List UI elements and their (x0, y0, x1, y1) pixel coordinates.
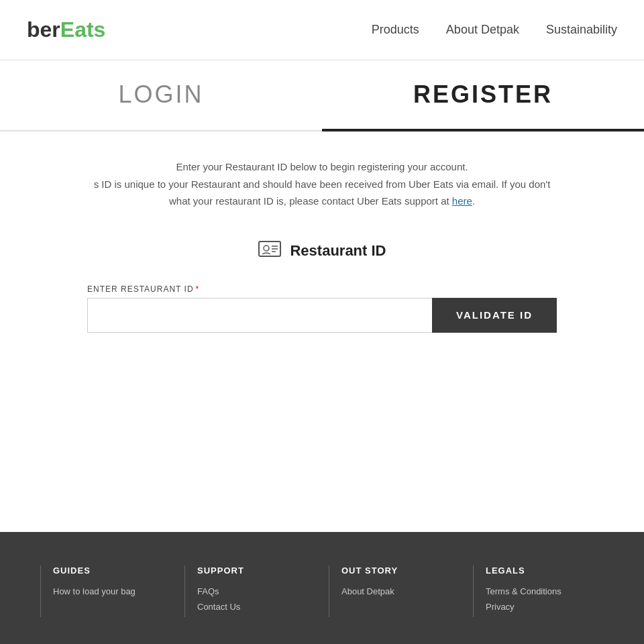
footer-grid: GUIDES How to load your bag SUPPORT FAQs… (40, 566, 604, 617)
nav-products[interactable]: Products (372, 23, 419, 37)
footer-heading-legals: LEGALS (486, 566, 604, 576)
restaurant-id-title: Restaurant ID (290, 242, 386, 260)
header: berEats Products About Detpak Sustainabi… (0, 0, 644, 60)
logo-prefix: ber (27, 17, 60, 42)
here-link[interactable]: here (452, 195, 472, 207)
footer-link-faqs[interactable]: FAQs (197, 586, 315, 596)
logo: berEats (27, 17, 105, 42)
main-content: LOGIN REGISTER Enter your Restaurant ID … (0, 60, 644, 532)
footer-col-support: SUPPORT FAQs Contact Us (184, 566, 315, 617)
tab-register[interactable]: REGISTER (322, 60, 644, 131)
footer-link-terms[interactable]: Terms & Conditions (486, 586, 604, 596)
register-description: Enter your Restaurant ID below to begin … (34, 158, 610, 210)
navigation: Products About Detpak Sustainability (372, 23, 617, 37)
tab-bar: LOGIN REGISTER (0, 60, 644, 131)
validate-id-button[interactable]: VALIDATE ID (432, 298, 557, 333)
nav-about[interactable]: About Detpak (446, 23, 519, 37)
register-section: Enter your Restaurant ID below to begin … (20, 158, 624, 333)
logo-suffix: Eats (60, 17, 106, 42)
footer-heading-our-story: OUT STORY (341, 566, 460, 576)
footer-link-about[interactable]: About Detpak (341, 586, 460, 596)
field-label: ENTER RESTAURANT ID* (87, 284, 199, 294)
nav-sustainability[interactable]: Sustainability (546, 23, 617, 37)
restaurant-id-form: ENTER RESTAURANT ID* VALIDATE ID (87, 284, 557, 333)
id-icon (258, 237, 282, 266)
footer-link-contact[interactable]: Contact Us (197, 602, 315, 612)
footer-col-our-story: OUT STORY About Detpak (329, 566, 460, 617)
footer-link-load-bag[interactable]: How to load your bag (53, 586, 171, 596)
tab-login[interactable]: LOGIN (0, 60, 322, 131)
restaurant-id-input[interactable] (87, 298, 432, 333)
footer-col-guides: GUIDES How to load your bag (40, 566, 171, 617)
input-row: VALIDATE ID (87, 298, 557, 333)
svg-point-1 (264, 246, 269, 251)
required-indicator: * (196, 284, 200, 294)
footer-col-legals: LEGALS Terms & Conditions Privacy (473, 566, 604, 617)
footer-heading-guides: GUIDES (53, 566, 171, 576)
footer-heading-support: SUPPORT (197, 566, 315, 576)
footer-link-privacy[interactable]: Privacy (486, 602, 604, 612)
restaurant-id-header: Restaurant ID (34, 237, 610, 266)
footer: GUIDES How to load your bag SUPPORT FAQs… (0, 532, 644, 644)
